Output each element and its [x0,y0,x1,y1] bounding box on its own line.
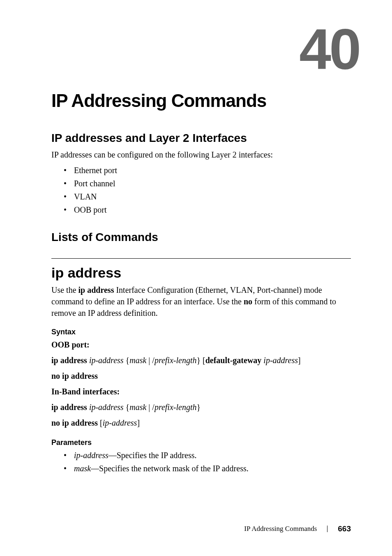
footer-divider [327,526,327,532]
syntax-line-3: ip address ip-address {mask | /prefix-le… [51,401,351,414]
section-heading-ip-l2: IP addresses and Layer 2 Interfaces [51,132,351,145]
ip-address-description: Use the ip address Interface Configurati… [51,284,351,319]
parameters-list: ip-address—Specifies the IP address. mas… [51,449,351,475]
chapter-number: 40 [51,21,359,78]
command-divider [51,258,351,259]
syntax-line-2: no ip address [51,369,351,382]
list-item: OOB port [64,203,351,216]
ip-l2-bullets: Ethernet port Port channel VLAN OOB port [51,164,351,216]
syntax-heading: Syntax [51,328,351,336]
ip-l2-intro: IP addresses can be configured on the fo… [51,149,351,160]
inband-label: In-Band interfaces: [51,385,351,398]
parameters-heading: Parameters [51,438,351,447]
page-footer: IP Addressing Commands 663 [244,524,351,533]
list-item: mask—Specifies the network mask of the I… [64,462,351,475]
footer-title: IP Addressing Commands [244,525,317,533]
list-item: Ethernet port [64,164,351,177]
syntax-line-1: ip address ip-address {mask | /prefix-le… [51,354,351,367]
footer-page-number: 663 [338,524,351,533]
chapter-title: IP Addressing Commands [51,90,351,111]
list-item: ip-address—Specifies the IP address. [64,449,351,462]
section-heading-lists: Lists of Commands [51,231,351,244]
command-heading-ip-address: ip address [51,265,351,281]
oob-label: OOB port: [51,338,351,351]
syntax-line-4: no ip address [ip-address] [51,416,351,429]
list-item: Port channel [64,177,351,190]
list-item: VLAN [64,190,351,203]
